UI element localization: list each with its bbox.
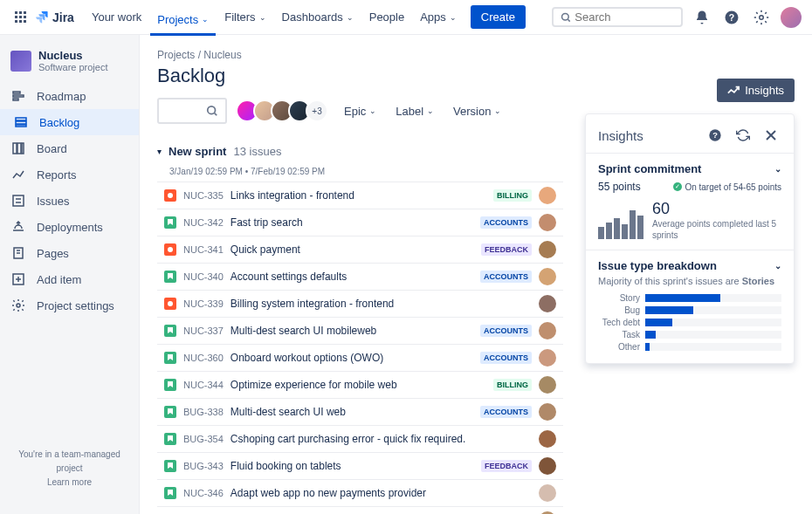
avatar-more[interactable]: +3 [306,99,328,122]
issue-key: NUC-344 [183,380,224,390]
assignee-avatar[interactable] [539,241,556,258]
assignee-avatar[interactable] [539,403,556,421]
avatar-group[interactable]: +3 [236,99,328,122]
search-input[interactable] [575,10,674,24]
assignee-avatar[interactable] [539,295,556,312]
issue-row[interactable]: BUG-343Fluid booking on tabletsFEEDBACK [157,452,563,479]
breakdown-row: Bug [598,305,781,315]
issue-row[interactable]: NUC-346Adapt web app no new payments pro… [157,479,563,506]
svg-point-13 [760,15,764,19]
breakdown-bar [645,294,720,302]
nav-people[interactable]: People [362,7,411,27]
issue-summary: Links integration - frontend [231,189,486,202]
filter-epic[interactable]: Epic ⌄ [337,101,383,121]
sidebar-item-backlog[interactable]: Backlog [0,109,139,135]
issue-breakdown-section: Issue type breakdown ⌄ Majority of this … [586,250,794,363]
collapse-icon[interactable]: ▾ [157,147,162,156]
assignee-avatar[interactable] [539,376,556,394]
svg-text:?: ? [729,11,734,22]
nav-dashboards[interactable]: Dashboards⌄ [275,7,361,27]
issue-row[interactable]: NUC-335Links integration - frontendBILLI… [157,182,563,209]
breakdown-bar [645,331,656,339]
check-icon: ✓ [673,182,682,191]
sidebar-item-deployments[interactable]: Deployments [0,214,139,240]
jira-logo[interactable]: Jira [35,10,74,24]
nav-projects[interactable]: Projects⌄ [150,7,216,36]
assignee-avatar[interactable] [539,457,556,475]
sidebar-item-reports[interactable]: Reports [0,161,139,188]
issue-row[interactable]: BUG-354Cshoping cart purchasing error - … [157,425,563,452]
issue-label: ACCOUNTS [480,325,532,337]
filter-version[interactable]: Version ⌄ [446,101,508,121]
settings-icon [10,298,26,312]
chevron-down-icon[interactable]: ⌄ [774,261,781,271]
svg-line-35 [215,113,217,116]
issue-list: NUC-335Links integration - frontendBILLI… [157,182,563,514]
settings-icon[interactable] [751,7,772,28]
reports-icon [10,168,26,182]
story-icon [164,352,176,364]
svg-rect-17 [16,118,26,120]
svg-rect-4 [19,16,22,18]
issue-row[interactable]: NUC-337Multi-dest search UI mobilewebACC… [157,317,563,344]
issue-summary: Multi-dest search UI mobileweb [231,325,473,337]
nav-apps[interactable]: Apps⌄ [413,7,464,27]
sidebar-item-project-settings[interactable]: Project settings [0,292,139,319]
issue-label: ACCOUNTS [480,406,532,418]
global-search[interactable] [552,7,683,27]
help-icon[interactable]: ? [721,7,742,28]
issue-label: ACCOUNTS [480,216,532,229]
issue-key: NUC-360 [183,353,224,363]
issue-row[interactable]: NUC-341Quick paymentFEEDBACK [157,236,563,263]
create-button[interactable]: Create [471,5,526,29]
on-target-status: ✓ On target of 54-65 points [673,182,781,192]
sidebar-item-add-item[interactable]: Add item [0,266,139,292]
issue-row[interactable]: NUC-340Account settings defaultsACCOUNTS [157,263,563,290]
chart-bar [606,223,612,239]
issue-row[interactable]: NUC-344Optimize experience for mobile we… [157,371,563,398]
refresh-icon[interactable] [733,125,754,146]
sidebar-item-issues[interactable]: Issues [0,188,139,214]
assignee-avatar[interactable] [539,430,556,448]
issue-row[interactable]: NUC-342Fast trip searchACCOUNTS [157,209,563,236]
assignee-avatar[interactable] [539,484,556,502]
breakdown-bar [645,306,693,314]
breakdown-label: Bug [598,305,640,315]
sidebar-item-pages[interactable]: Pages [0,240,139,266]
issue-summary: Onboard workout options (OWO) [231,352,473,364]
chevron-down-icon[interactable]: ⌄ [774,164,781,174]
breadcrumb[interactable]: Projects / Nucleus [157,49,795,61]
issue-label: BILLING [493,379,532,391]
chevron-down-icon: ⌄ [494,106,501,115]
pages-icon [10,246,26,260]
svg-rect-21 [17,143,21,154]
project-header[interactable]: Nucleus Software project [0,49,139,83]
nav-filters[interactable]: Filters⌄ [217,7,272,27]
bug-icon [164,189,176,202]
backlog-search[interactable] [157,98,227,124]
project-name: Nucleus [38,49,107,62]
assignee-avatar[interactable] [539,187,556,204]
sidebar-item-board[interactable]: Board [0,135,139,161]
insights-button[interactable]: Insights [717,79,795,102]
nav-your-work[interactable]: Your work [85,7,148,27]
user-avatar[interactable] [781,7,802,28]
app-switcher-icon[interactable] [10,7,31,28]
sidebar-item-roadmap[interactable]: Roadmap [0,83,139,109]
close-icon[interactable] [760,125,781,146]
issue-row[interactable]: NUC-360Onboard workout options (OWO)ACCO… [157,344,563,371]
assignee-avatar[interactable] [539,268,556,285]
learn-more-link[interactable]: Learn more [10,476,128,490]
svg-rect-8 [24,20,26,23]
help-icon[interactable]: ? [705,125,726,146]
issue-row[interactable]: NUC-339Billing system integration - fron… [157,290,563,317]
issue-label: FEEDBACK [481,243,532,256]
issue-row[interactable]: BUG-338Multi-dest search UI webACCOUNTS [157,398,563,425]
notification-icon[interactable] [692,7,712,28]
story-icon [164,433,176,445]
assignee-avatar[interactable] [539,214,556,231]
filter-label[interactable]: Label ⌄ [389,101,441,121]
assignee-avatar[interactable] [539,322,556,339]
assignee-avatar[interactable] [539,349,556,367]
issue-row[interactable]: BUG-336Quick booking for accomodations -… [157,506,563,514]
